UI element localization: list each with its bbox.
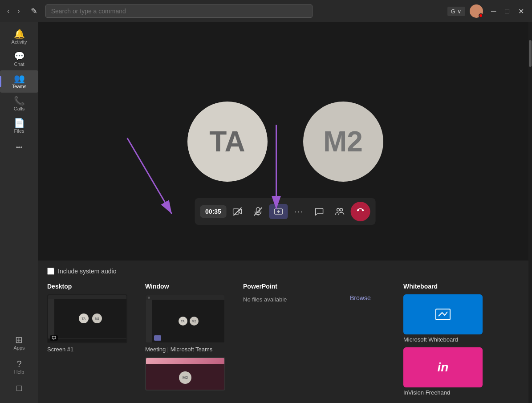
video-area: TA M2 00:35 bbox=[38, 22, 532, 261]
sidebar-label-chat: Chat bbox=[14, 61, 24, 67]
share-sections: Desktop TA M2 bbox=[47, 283, 523, 396]
sidebar-label-files: Files bbox=[14, 128, 24, 134]
section-desktop-title: Desktop bbox=[47, 283, 127, 290]
apps-icon: ⊞ bbox=[15, 335, 23, 344]
whiteboard-tiles: Microsoft Whiteboard in InVision Freehan… bbox=[403, 294, 483, 396]
tenant-badge[interactable]: G ∨ bbox=[447, 7, 465, 16]
thumb-win-avatar-m2: M2 bbox=[190, 317, 199, 326]
section-powerpoint: PowerPoint No files available bbox=[243, 283, 332, 303]
section-browse: Browse bbox=[350, 283, 386, 301]
call-controls-bar: 00:35 bbox=[195, 198, 376, 225]
thumb-win-avatar-ta: TA bbox=[179, 317, 187, 326]
mute-button[interactable] bbox=[249, 204, 268, 219]
include-audio-label[interactable]: Include system audio bbox=[58, 268, 117, 275]
partial-thumb-img: M2 bbox=[145, 357, 225, 391]
activity-icon: 🔔 bbox=[14, 29, 25, 38]
main-layout: 🔔 Activity 💬 Chat 👥 Teams 📞 Calls 📄 File… bbox=[0, 22, 532, 403]
files-icon: 📄 bbox=[14, 118, 25, 127]
sidebar-item-files[interactable]: 📄 Files bbox=[0, 115, 38, 137]
screen-badge bbox=[50, 335, 58, 341]
sidebar-label-apps: Apps bbox=[13, 345, 24, 350]
sidebar-item-chat[interactable]: 💬 Chat bbox=[0, 48, 38, 70]
share-screen-button[interactable] bbox=[269, 204, 288, 219]
whiteboard-blue-tile[interactable] bbox=[403, 294, 483, 334]
svg-point-7 bbox=[340, 208, 343, 211]
section-window-title: Window bbox=[145, 283, 225, 290]
minimize-button[interactable]: ─ bbox=[487, 5, 500, 17]
maximize-button[interactable]: □ bbox=[501, 5, 513, 17]
scrollbar-thumb[interactable] bbox=[529, 40, 532, 67]
nav-buttons: ‹ › bbox=[4, 5, 23, 17]
browse-link[interactable]: Browse bbox=[350, 294, 386, 301]
window-thumbnails: TA M2 Meeting | Micro bbox=[145, 294, 225, 391]
search-input[interactable] bbox=[45, 4, 313, 18]
help-icon: ? bbox=[16, 359, 21, 368]
user-avatar-container[interactable] bbox=[470, 4, 483, 18]
whiteboard-invision-tile[interactable]: in InVision Freehand bbox=[403, 347, 483, 396]
sidebar-label-help: Help bbox=[14, 369, 24, 375]
desktop-screen1-thumb[interactable]: TA M2 Screen #1 bbox=[47, 294, 127, 353]
invision-logo-text: in bbox=[438, 360, 449, 375]
thumb-avatar-m2: M2 bbox=[92, 313, 102, 323]
desktop-thumbnails: TA M2 Screen #1 bbox=[47, 294, 127, 353]
participant-tile-ta: TA bbox=[187, 102, 268, 182]
avatar-ta: TA bbox=[187, 102, 268, 182]
svg-rect-12 bbox=[436, 309, 450, 320]
sidebar-item-teams[interactable]: 👥 Teams bbox=[0, 70, 38, 93]
include-audio-checkbox[interactable] bbox=[47, 268, 54, 275]
forward-button[interactable]: › bbox=[15, 5, 22, 17]
sidebar-item-help[interactable]: ? Help bbox=[12, 356, 26, 378]
include-audio-row: Include system audio bbox=[47, 268, 523, 275]
sidebar: 🔔 Activity 💬 Chat 👥 Teams 📞 Calls 📄 File… bbox=[0, 22, 38, 403]
titlebar-right: G ∨ ─ □ ✕ bbox=[447, 4, 528, 18]
section-whiteboard: Whiteboard Microsoft Whiteboard bbox=[403, 283, 483, 396]
window-partial-thumb[interactable]: M2 bbox=[145, 357, 225, 391]
sidebar-item-device[interactable]: □ bbox=[12, 380, 26, 396]
video-toggle-button[interactable] bbox=[228, 204, 247, 219]
whiteboard-pink-tile[interactable]: in bbox=[403, 347, 483, 387]
compose-button[interactable]: ✎ bbox=[27, 4, 41, 18]
whiteboard-invision-label: InVision Freehand bbox=[403, 389, 483, 396]
close-button[interactable]: ✕ bbox=[515, 5, 528, 17]
svg-point-6 bbox=[337, 208, 340, 211]
window-teams-label: Meeting | Microsoft Teams bbox=[145, 346, 225, 353]
sidebar-item-activity[interactable]: 🔔 Activity bbox=[0, 26, 38, 48]
chat-button[interactable] bbox=[310, 204, 329, 219]
more-options-button[interactable]: ··· bbox=[290, 204, 308, 219]
sidebar-item-more[interactable]: ••• bbox=[0, 141, 38, 154]
no-files-text: No files available bbox=[243, 296, 332, 303]
sidebar-label-teams: Teams bbox=[12, 84, 26, 89]
section-powerpoint-title: PowerPoint bbox=[243, 283, 332, 290]
sidebar-bottom: ⊞ Apps ? Help □ bbox=[12, 332, 26, 399]
sidebar-item-calls[interactable]: 📞 Calls bbox=[0, 93, 38, 115]
more-icon: ••• bbox=[16, 144, 23, 151]
window-controls: ─ □ ✕ bbox=[487, 5, 528, 17]
sidebar-label-activity: Activity bbox=[12, 39, 27, 45]
whiteboard-microsoft-tile[interactable]: Microsoft Whiteboard bbox=[403, 294, 483, 343]
whiteboard-icon bbox=[434, 305, 452, 323]
status-dot bbox=[479, 13, 483, 18]
share-panel: Include system audio Desktop bbox=[38, 261, 532, 403]
svg-rect-10 bbox=[52, 336, 56, 339]
scrollbar[interactable] bbox=[528, 22, 532, 403]
partial-avatar-m2: M2 bbox=[179, 371, 191, 384]
content-area: TA M2 00:35 bbox=[38, 22, 532, 403]
window-teams-thumb[interactable]: TA M2 Meeting | Micro bbox=[145, 294, 225, 353]
desktop-thumb-img: TA M2 bbox=[47, 294, 127, 343]
back-button[interactable]: ‹ bbox=[4, 5, 12, 17]
tenant-chevron: ∨ bbox=[457, 8, 462, 15]
sidebar-item-apps[interactable]: ⊞ Apps bbox=[12, 332, 26, 354]
section-browse-title bbox=[350, 283, 386, 290]
whiteboard-microsoft-label: Microsoft Whiteboard bbox=[403, 336, 483, 343]
calls-icon: 📞 bbox=[14, 96, 25, 105]
teams-badge bbox=[154, 335, 161, 341]
screen1-label: Screen #1 bbox=[47, 346, 127, 353]
participant-tile-m2: M2 bbox=[303, 102, 383, 182]
call-timer: 00:35 bbox=[200, 205, 227, 218]
tenant-label: G bbox=[451, 8, 455, 15]
teams-icon: 👥 bbox=[14, 74, 25, 83]
titlebar: ‹ › ✎ G ∨ ─ □ ✕ bbox=[0, 0, 532, 22]
participants-button[interactable] bbox=[330, 204, 349, 219]
end-call-button[interactable] bbox=[351, 202, 370, 221]
chat-icon: 💬 bbox=[14, 52, 25, 61]
